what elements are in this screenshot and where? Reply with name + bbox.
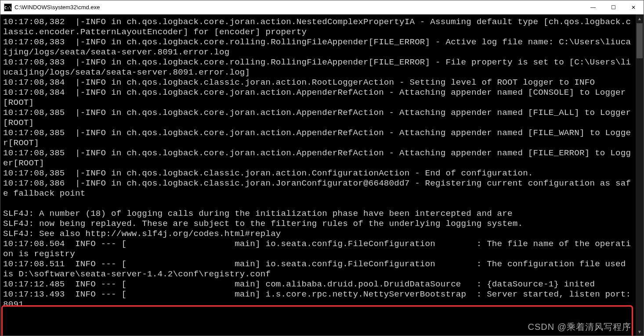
close-button[interactable]: ✕ [623, 0, 644, 14]
cmd-window: C:\ C:\WINDOWS\system32\cmd.exe — ☐ ✕ 10… [0, 0, 644, 336]
console-area[interactable]: 10:17:08,382 |-INFO in ch.qos.logback.co… [0, 14, 644, 336]
scroll-thumb[interactable] [637, 23, 643, 58]
scroll-up-arrow-icon[interactable]: ▲ [636, 14, 644, 22]
console-inner[interactable]: 10:17:08,382 |-INFO in ch.qos.logback.co… [0, 14, 636, 336]
cmd-icon: C:\ [4, 4, 12, 11]
maximize-button[interactable]: ☐ [603, 0, 623, 14]
scroll-down-arrow-icon[interactable]: ▼ [636, 328, 644, 336]
titlebar[interactable]: C:\ C:\WINDOWS\system32\cmd.exe — ☐ ✕ [0, 0, 644, 14]
console-output[interactable]: 10:17:08,382 |-INFO in ch.qos.logback.co… [3, 17, 636, 310]
window-title: C:\WINDOWS\system32\cmd.exe [14, 4, 100, 11]
minimize-button[interactable]: — [583, 0, 603, 14]
vertical-scrollbar[interactable]: ▲ ▼ [636, 14, 644, 336]
